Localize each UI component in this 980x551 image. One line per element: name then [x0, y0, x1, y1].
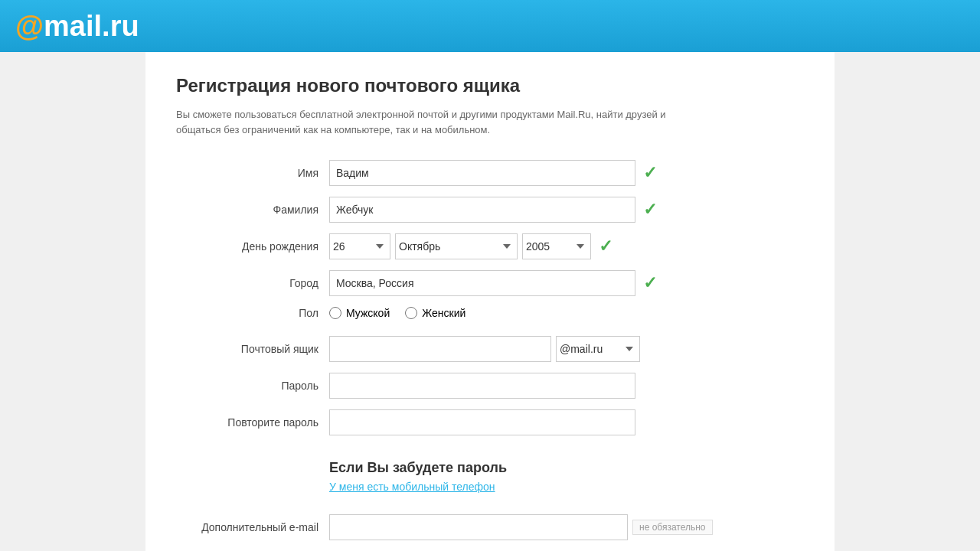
- email-input[interactable]: [329, 336, 551, 362]
- first-name-label: Имя: [176, 167, 329, 179]
- main-content: Регистрация нового почтового ящика Вы см…: [145, 52, 835, 551]
- birthday-month-select[interactable]: ЯнварьФевральМарт АпрельМайИюнь ИюльАвгу…: [395, 233, 518, 259]
- confirm-password-row: Повторите пароль: [176, 409, 804, 435]
- birthday-checkmark: ✓: [599, 236, 612, 256]
- logo-dot-ru: .ru: [102, 10, 139, 42]
- birthday-row: День рождения 123 456 789 101112 131415 …: [176, 233, 804, 259]
- birthday-group: 123 456 789 101112 131415 161718 192021 …: [329, 233, 591, 259]
- logo-mail: mail: [44, 10, 102, 42]
- additional-email-row: Дополнительный e-mail не обязательно: [176, 514, 804, 540]
- additional-email-label: Дополнительный e-mail: [176, 521, 329, 533]
- optional-label: не обязательно: [632, 520, 713, 535]
- password-label: Пароль: [176, 380, 329, 392]
- gender-group: Мужской Женский: [329, 307, 466, 319]
- birthday-label: День рождения: [176, 240, 329, 253]
- gender-female-label: Женский: [422, 307, 466, 319]
- gender-female-radio[interactable]: [405, 307, 417, 319]
- first-name-checkmark: ✓: [643, 163, 657, 183]
- city-input[interactable]: [329, 270, 635, 296]
- first-name-row: Имя ✓: [176, 160, 804, 186]
- logo-at: @: [15, 10, 44, 42]
- city-row: Город ✓: [176, 270, 804, 296]
- gender-male-label: Мужской: [346, 307, 390, 319]
- city-checkmark: ✓: [643, 273, 657, 293]
- page-description: Вы сможете пользоваться бесплатной элект…: [176, 107, 666, 137]
- last-name-input[interactable]: [329, 197, 635, 223]
- gender-female-option[interactable]: Женский: [405, 307, 466, 319]
- header: @mail.ru: [0, 0, 980, 52]
- confirm-password-label: Повторите пароль: [176, 416, 329, 429]
- email-row: Почтовый ящик @mail.ru @inbox.ru @list.r…: [176, 336, 804, 362]
- additional-email-group: не обязательно: [329, 514, 713, 540]
- gender-label: Пол: [176, 307, 329, 319]
- forgot-password-heading: Если Вы забудете пароль: [329, 460, 804, 476]
- gender-row: Пол Мужской Женский: [176, 307, 804, 319]
- password-input[interactable]: [329, 373, 635, 399]
- mobile-link[interactable]: У меня есть мобильный телефон: [329, 481, 495, 493]
- last-name-label: Фамилия: [176, 204, 329, 216]
- email-label: Почтовый ящик: [176, 343, 329, 355]
- page-title: Регистрация нового почтового ящика: [176, 75, 804, 96]
- city-label: Город: [176, 277, 329, 289]
- gender-male-option[interactable]: Мужской: [329, 307, 390, 319]
- logo: @mail.ru: [15, 10, 139, 43]
- confirm-password-input[interactable]: [329, 409, 635, 435]
- birthday-year-select[interactable]: 2010200920082007 2006200520042003 200220…: [522, 233, 591, 259]
- additional-email-input[interactable]: [329, 514, 628, 540]
- email-domain-select[interactable]: @mail.ru @inbox.ru @list.ru @bk.ru: [556, 336, 640, 362]
- email-group: @mail.ru @inbox.ru @list.ru @bk.ru: [329, 336, 640, 362]
- gender-male-radio[interactable]: [329, 307, 341, 319]
- birthday-day-select[interactable]: 123 456 789 101112 131415 161718 192021 …: [329, 233, 390, 259]
- password-row: Пароль: [176, 373, 804, 399]
- last-name-checkmark: ✓: [643, 200, 657, 220]
- last-name-row: Фамилия ✓: [176, 197, 804, 223]
- first-name-input[interactable]: [329, 160, 635, 186]
- forgot-password-section: Если Вы забудете пароль У меня есть моби…: [176, 460, 804, 505]
